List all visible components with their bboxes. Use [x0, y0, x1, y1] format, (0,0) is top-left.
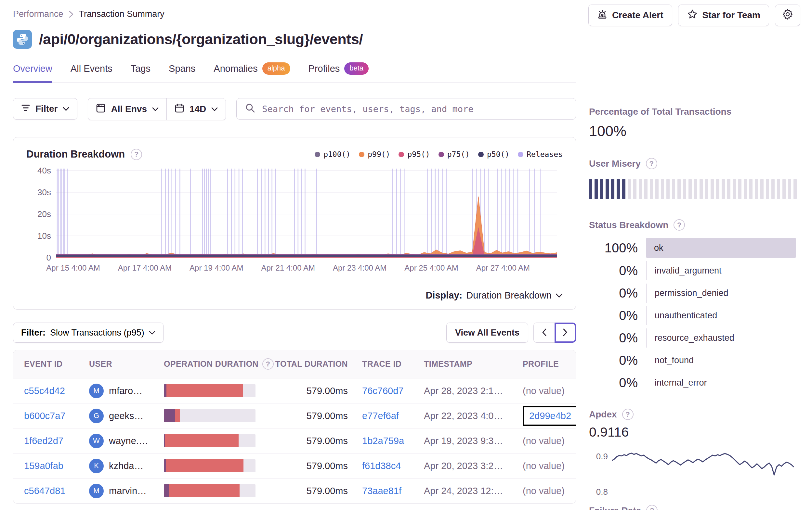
help-icon[interactable]: [131, 149, 142, 160]
breadcrumb-performance[interactable]: Performance: [13, 9, 63, 19]
legend-item[interactable]: p50(): [478, 150, 510, 158]
misery-tick: [716, 179, 719, 199]
help-icon[interactable]: [622, 409, 634, 420]
total-duration: 579.00ms: [275, 411, 362, 421]
table-row: c55c4d42 Mmfaro… 579.00ms 76c760d7 Apr 2…: [13, 378, 576, 403]
status-pct: 0%: [589, 308, 638, 323]
trace-id-link[interactable]: f61d38c4: [362, 461, 424, 471]
misery-tick: [650, 179, 653, 199]
star-for-team-button[interactable]: Star for Team: [678, 4, 769, 26]
status-row: 0% internal_error: [589, 373, 796, 392]
legend-label: p99(): [368, 150, 390, 158]
status-row: 0% resource_exhausted: [589, 328, 796, 348]
filter-chip-label: Filter:: [21, 328, 46, 338]
next-page-button[interactable]: [555, 323, 576, 343]
table-row: b600c7a7 Ggeeks… 579.00ms e77ef6af Apr 2…: [13, 403, 576, 428]
tab-anomalies[interactable]: Anomaliesalpha: [213, 62, 290, 82]
environment-dropdown[interactable]: All Envs: [88, 98, 166, 120]
display-label: Display:: [426, 290, 462, 301]
status-row: 0% unauthenticated: [589, 306, 796, 325]
tab-bar: Overview All Events Tags Spans Anomalies…: [13, 62, 576, 83]
misery-tick: [744, 179, 747, 199]
pct-transactions-value: 100%: [589, 123, 796, 140]
tab-all-events[interactable]: All Events: [70, 62, 113, 82]
failure-rate-section: Failure Rate 0.12%: [589, 505, 796, 510]
status-bar: ok: [646, 238, 796, 258]
search-input[interactable]: [262, 104, 567, 114]
event-id-link[interactable]: b600c7a7: [24, 411, 89, 421]
failure-rate-title: Failure Rate: [589, 506, 641, 510]
create-alert-label: Create Alert: [612, 10, 663, 21]
tab-tags[interactable]: Tags: [131, 62, 150, 82]
operation-duration-bar: [164, 409, 256, 422]
help-icon[interactable]: [646, 158, 657, 169]
total-duration: 579.00ms: [275, 436, 362, 446]
col-timestamp: TIMESTAMP: [424, 359, 523, 369]
event-id-link[interactable]: c55c4d42: [24, 386, 89, 396]
col-profile: PROFILE: [523, 359, 576, 369]
timestamp: Apr 28, 2023 2:1…: [424, 386, 523, 396]
status-row: 0% invalid_argument: [589, 261, 796, 280]
window-icon: [96, 103, 106, 115]
trace-id-link[interactable]: 1b2a759a: [362, 436, 424, 446]
help-icon[interactable]: [262, 358, 274, 370]
misery-tick: [617, 179, 620, 199]
date-range-dropdown[interactable]: 14D: [167, 98, 226, 120]
filter-dropdown[interactable]: Filter: [13, 98, 77, 120]
user-name: geeks…: [109, 411, 143, 421]
misery-tick: [793, 179, 797, 199]
chart-legend: p100()p99()p95()p75()p50()Releases: [315, 150, 563, 158]
tab-spans[interactable]: Spans: [169, 62, 195, 82]
trace-id-link[interactable]: 76c760d7: [362, 386, 424, 396]
chevron-down-icon: [149, 331, 155, 335]
avatar: M: [89, 384, 104, 398]
profile-highlight-box: 2d99e4b2: [523, 406, 576, 426]
misery-tick: [760, 179, 763, 199]
misery-tick: [672, 179, 675, 199]
display-dropdown[interactable]: Display: Duration Breakdown: [26, 290, 563, 301]
help-icon[interactable]: [646, 505, 658, 510]
col-trace-id: TRACE ID: [362, 359, 424, 369]
misery-tick: [677, 179, 681, 199]
slow-transactions-filter[interactable]: Filter: Slow Transactions (p95): [13, 323, 164, 343]
previous-page-button[interactable]: [533, 323, 555, 343]
misery-tick: [606, 179, 609, 199]
avatar: W: [89, 434, 104, 448]
legend-item[interactable]: p95(): [399, 150, 430, 158]
timestamp: Apr 20, 2023 3:2…: [424, 461, 523, 471]
create-alert-button[interactable]: Create Alert: [588, 4, 672, 26]
event-id-link[interactable]: 1f6ed2d7: [24, 436, 89, 446]
search-box: [236, 98, 576, 120]
legend-item[interactable]: p100(): [315, 150, 350, 158]
tab-profiles[interactable]: Profilesbeta: [309, 62, 369, 82]
status-pct: 0%: [589, 376, 638, 390]
table-row: 159a0fab Kkzhda… 579.00ms f61d38c4 Apr 2…: [13, 453, 576, 478]
trace-id-link[interactable]: e77ef6af: [362, 411, 424, 421]
legend-item[interactable]: p99(): [359, 150, 390, 158]
misery-tick: [628, 179, 631, 199]
total-duration: 579.00ms: [275, 461, 362, 471]
chevron-left-icon: [542, 328, 547, 337]
legend-item[interactable]: p75(): [438, 150, 470, 158]
date-range-label: 14D: [190, 104, 206, 114]
settings-button[interactable]: [775, 4, 800, 26]
legend-item[interactable]: Releases: [518, 150, 563, 158]
status-row: 0% permission_denied: [589, 283, 796, 303]
misery-tick: [589, 179, 592, 199]
event-id-link[interactable]: 159a0fab: [24, 461, 89, 471]
misery-tick: [722, 179, 725, 199]
apdex-y-top: 0.9: [596, 452, 608, 461]
event-id-link[interactable]: c5647d81: [24, 486, 89, 497]
tab-overview[interactable]: Overview: [13, 62, 52, 82]
view-all-events-button[interactable]: View All Events: [446, 323, 528, 343]
trace-id-link[interactable]: 73aae81f: [362, 486, 424, 497]
help-icon[interactable]: [673, 219, 685, 231]
misery-tick: [788, 179, 791, 199]
profile-link[interactable]: 2d99e4b2: [529, 411, 571, 421]
sidebar: Percentage of Total Transactions 100% Us…: [589, 107, 796, 510]
y-axis-labels: 40s30s20s10s0: [26, 169, 56, 260]
apdex-value: 0.9116: [589, 425, 796, 440]
status-pct: 0%: [589, 264, 638, 278]
apdex-title: Apdex: [589, 409, 617, 420]
timestamp: Apr 24, 2023 12:…: [424, 486, 523, 497]
